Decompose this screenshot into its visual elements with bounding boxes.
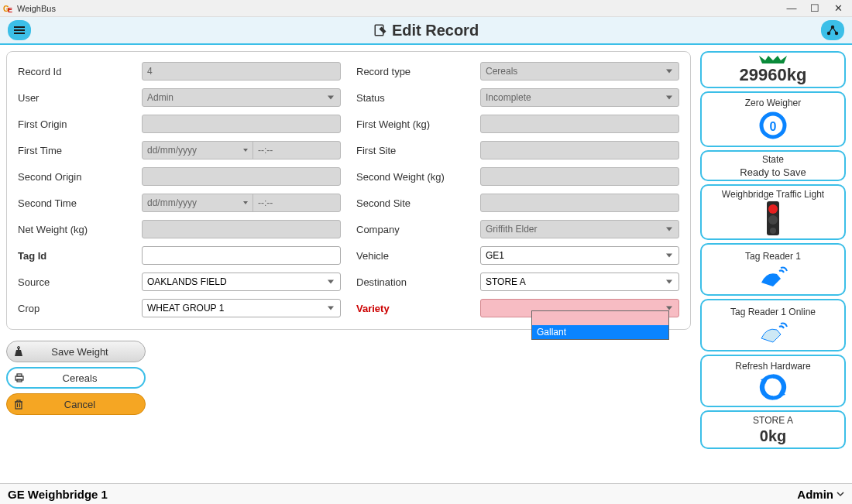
field-record-type: Cereals: [480, 62, 679, 81]
label-tag-id: Tag Id: [18, 250, 142, 262]
status-bar: GE Weighbridge 1 Admin: [0, 483, 852, 504]
tile-tag-reader-online[interactable]: Tag Reader 1 Online: [700, 299, 846, 351]
label-second-origin: Second Origin: [18, 171, 142, 183]
form-left-column: Record Id4 UserAdmin First Origin First …: [18, 61, 341, 318]
field-destination[interactable]: STORE A: [480, 273, 679, 291]
field-crop[interactable]: WHEAT GROUP 1: [142, 299, 341, 317]
field-second-time: dd/mm/yyyy--:--: [142, 194, 341, 212]
field-first-site: [480, 141, 679, 159]
field-user: Admin: [142, 88, 341, 107]
tile-tag-reader-1[interactable]: Tag Reader 1: [700, 243, 846, 296]
field-first-time: dd/mm/yyyy--:--: [142, 141, 341, 159]
tile-weight[interactable]: 29960kg: [700, 51, 846, 88]
app-header: Edit Record: [0, 17, 852, 45]
label-first-time: First Time: [18, 145, 142, 156]
cereals-button[interactable]: Cereals: [6, 367, 146, 389]
window-minimize-button[interactable]: —: [787, 4, 796, 13]
window-close-button[interactable]: ✕: [833, 4, 843, 13]
weight-value: 29960kg: [740, 65, 807, 85]
sidebar: 29960kg Zero Weigher 0 State Ready to Sa…: [697, 45, 852, 483]
footer-user: Admin: [797, 488, 833, 501]
save-weight-button[interactable]: Save Weight: [6, 341, 146, 362]
label-second-time: Second Time: [18, 197, 142, 209]
label-vehicle: Vehicle: [356, 250, 480, 262]
tile-zero-weigher[interactable]: Zero Weigher 0: [700, 91, 846, 147]
label-first-origin: First Origin: [18, 118, 142, 130]
window-maximize-button[interactable]: ☐: [810, 4, 819, 13]
refresh-label: Refresh Hardware: [735, 361, 810, 372]
tile-traffic-light[interactable]: Weighbridge Traffic Light: [700, 184, 846, 240]
field-vehicle[interactable]: GE1: [480, 246, 679, 265]
tag-reader-icon: [758, 263, 788, 288]
label-status: Status: [356, 92, 480, 104]
svg-point-17: [770, 228, 776, 234]
label-source: Source: [18, 276, 142, 288]
field-net-weight: [142, 220, 341, 238]
label-company: Company: [356, 224, 480, 235]
field-second-weight: [480, 167, 679, 186]
network-icon: [826, 25, 839, 36]
label-second-weight: Second Weight (kg): [356, 171, 480, 183]
window-title-bar: GE WeighBus — ☐ ✕: [0, 0, 852, 17]
cancel-label: Cancel: [30, 399, 145, 410]
variety-option-gallant[interactable]: Gallant: [532, 325, 668, 339]
tile-refresh-hardware[interactable]: Refresh Hardware: [700, 355, 846, 407]
window-title: WeighBus: [17, 4, 56, 13]
label-first-site: First Site: [356, 145, 480, 156]
crown-icon: [758, 54, 788, 65]
edit-icon: [373, 23, 387, 37]
footer-left: GE Weighbridge 1: [8, 488, 108, 501]
store-name: STORE A: [753, 415, 793, 426]
svg-rect-11: [15, 402, 22, 409]
tag1-label: Tag Reader 1: [745, 251, 801, 262]
tile-state[interactable]: State Ready to Save: [700, 150, 846, 181]
variety-option-blank[interactable]: [532, 311, 668, 325]
svg-rect-2: [375, 25, 383, 36]
label-second-site: Second Site: [356, 197, 480, 209]
label-net-weight: Net Weight (kg): [18, 224, 142, 235]
save-weight-label: Save Weight: [30, 346, 145, 358]
field-status: Incomplete: [480, 88, 679, 107]
chevron-down-icon[interactable]: [837, 491, 844, 497]
field-first-weight: [480, 115, 679, 133]
label-destination: Destination: [356, 276, 480, 288]
label-variety: Variety: [356, 303, 480, 314]
variety-dropdown[interactable]: Gallant: [531, 310, 669, 340]
traffic-label: Weighbridge Traffic Light: [722, 189, 824, 200]
field-first-origin: [142, 115, 341, 133]
label-user: User: [18, 92, 142, 104]
tag1online-label: Tag Reader 1 Online: [730, 307, 816, 317]
svg-text:E: E: [8, 6, 12, 14]
app-logo-icon: GE: [3, 3, 14, 14]
svg-point-15: [768, 204, 778, 214]
field-company: Griffith Elder: [480, 220, 679, 238]
refresh-icon: [759, 373, 787, 401]
field-tag-id[interactable]: [142, 246, 341, 265]
tag-reader-online-icon: [758, 319, 788, 344]
label-record-type: Record type: [356, 66, 480, 77]
form-right-column: Record typeCereals StatusIncomplete Firs…: [356, 61, 679, 318]
label-crop: Crop: [18, 303, 142, 314]
label-record-id: Record Id: [18, 66, 142, 77]
svg-point-16: [768, 215, 778, 225]
store-weight: 0kg: [760, 427, 786, 445]
field-source[interactable]: OAKLANDS FIELD: [142, 273, 341, 291]
state-value: Ready to Save: [740, 166, 806, 178]
zero-icon: 0: [758, 110, 788, 141]
tile-store[interactable]: STORE A 0kg: [700, 410, 846, 449]
hamburger-icon: [14, 26, 25, 34]
svg-rect-9: [17, 374, 22, 376]
field-second-origin: [142, 167, 341, 186]
zero-weigher-label: Zero Weigher: [745, 98, 801, 108]
state-title: State: [762, 154, 784, 165]
cereals-label: Cereals: [31, 372, 144, 384]
menu-button[interactable]: [8, 20, 31, 40]
print-icon: [8, 372, 31, 383]
network-button[interactable]: [821, 20, 844, 40]
svg-text:0: 0: [770, 120, 777, 133]
field-record-id: 4: [142, 62, 341, 81]
page-title: Edit Record: [0, 22, 852, 39]
weight-icon: [7, 346, 30, 357]
cancel-button[interactable]: Cancel: [6, 393, 146, 415]
label-first-weight: First Weight (kg): [356, 118, 480, 130]
